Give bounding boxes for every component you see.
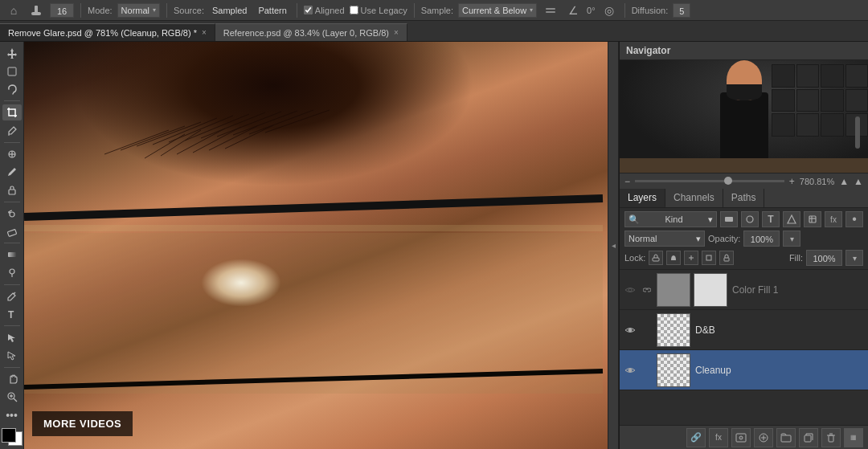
- layer-effects-button[interactable]: fx: [709, 428, 728, 447]
- gradient-tool[interactable]: [2, 247, 22, 263]
- bottom-right-icon[interactable]: ▦: [844, 428, 863, 447]
- healing-brush-tool[interactable]: [2, 146, 22, 162]
- lasso-tool[interactable]: [2, 81, 22, 97]
- canvas-area[interactable]: MORE VIDEOS: [24, 42, 608, 449]
- angle-icon[interactable]: ∠: [564, 2, 582, 19]
- aligned-checkbox[interactable]: [304, 6, 313, 14]
- zoom-tool[interactable]: [2, 389, 22, 405]
- adjustment-layer-filter[interactable]: [741, 211, 759, 227]
- foreground-color-swatch[interactable]: [2, 428, 16, 443]
- pixel-layer-filter[interactable]: [720, 211, 738, 227]
- tab-paths[interactable]: Paths: [723, 189, 765, 207]
- layer-item-db[interactable]: D&B: [620, 310, 868, 350]
- pen-tool[interactable]: [2, 288, 22, 304]
- selection-tool[interactable]: [2, 63, 22, 79]
- diffusion-value[interactable]: 5: [673, 3, 690, 18]
- lock-all[interactable]: [719, 251, 734, 265]
- hand-tool[interactable]: [2, 371, 22, 387]
- lock-artboard[interactable]: [702, 251, 716, 265]
- color-swatches[interactable]: [2, 428, 23, 446]
- source-pattern[interactable]: Pattern: [255, 3, 289, 18]
- healing-brush-icon[interactable]: [27, 2, 45, 19]
- tab-reference-close[interactable]: ×: [394, 28, 399, 37]
- lock-position[interactable]: [684, 251, 698, 265]
- panel-collapse-bar[interactable]: ◂: [608, 42, 619, 449]
- zoom-out-button[interactable]: −: [624, 176, 630, 187]
- mode-dropdown[interactable]: Normal ▾: [117, 3, 160, 18]
- stamp-tool[interactable]: [2, 182, 22, 198]
- sample-all-layers-icon[interactable]: [542, 2, 559, 19]
- lock-transparent-pixels[interactable]: [649, 251, 663, 265]
- nav-person-beard: [727, 84, 762, 100]
- dot-filter[interactable]: •: [845, 211, 863, 227]
- layer-visibility-color-fill[interactable]: [623, 286, 637, 294]
- source-sampled[interactable]: Sampled: [209, 3, 250, 18]
- opacity-value[interactable]: 100%: [743, 231, 780, 247]
- layer-item-cleanup[interactable]: Cleanup: [620, 350, 868, 390]
- history-brush-tool[interactable]: [2, 206, 22, 222]
- kind-dropdown[interactable]: 🔍 Kind ▾: [624, 211, 717, 227]
- tab-channels[interactable]: Channels: [665, 189, 723, 207]
- eraser-tool[interactable]: [2, 223, 22, 239]
- acoustic-panel: [796, 89, 820, 112]
- fill-stepper[interactable]: ▾: [845, 250, 863, 266]
- svg-rect-1: [35, 6, 38, 14]
- path-selection-tool[interactable]: [2, 329, 22, 345]
- tool-sep-3: [4, 202, 20, 202]
- zoom-slider[interactable]: [635, 180, 784, 182]
- lock-row: Lock:: [624, 250, 863, 266]
- sample-dropdown[interactable]: Current & Below ▾: [458, 3, 537, 18]
- lock-image-pixels[interactable]: [666, 251, 681, 265]
- navigator-header: Navigator: [620, 42, 868, 60]
- fill-value[interactable]: 100%: [806, 250, 842, 266]
- nav-zoom-bar: − + 780.81% ▲ ▲: [620, 173, 868, 189]
- add-mask-button[interactable]: [731, 428, 751, 447]
- svg-rect-64: [781, 435, 791, 442]
- more-tools[interactable]: •••: [2, 407, 22, 423]
- more-videos-label: MORE VIDEOS: [43, 418, 121, 430]
- aligned-checkbox-group: Aligned: [304, 6, 345, 15]
- new-group-button[interactable]: [776, 428, 796, 447]
- layer-visibility-cleanup[interactable]: [623, 366, 637, 374]
- eyedropper-tool[interactable]: [2, 122, 22, 138]
- zoom-fit-button[interactable]: ▲: [839, 176, 849, 187]
- effects-filter[interactable]: fx: [825, 211, 842, 227]
- more-videos-button[interactable]: MORE VIDEOS: [32, 411, 133, 436]
- direct-selection-tool[interactable]: [2, 348, 22, 364]
- zoom-fill-button[interactable]: ▲: [854, 176, 863, 187]
- svg-rect-66: [829, 435, 833, 442]
- svg-rect-51: [653, 258, 659, 261]
- layer-item-color-fill-1[interactable]: Color Fill 1: [620, 270, 868, 310]
- layer-visibility-db[interactable]: [623, 326, 637, 334]
- new-layer-button[interactable]: [799, 428, 818, 447]
- opacity-label: Opacity:: [708, 234, 740, 243]
- zoom-in-button[interactable]: +: [789, 176, 795, 187]
- pressure-icon[interactable]: ◎: [600, 2, 618, 19]
- brush-tool[interactable]: [2, 164, 22, 180]
- zoom-slider-thumb[interactable]: [724, 177, 732, 185]
- dodge-tool[interactable]: [2, 265, 22, 281]
- text-tool[interactable]: T: [2, 306, 22, 322]
- link-layers-button[interactable]: 🔗: [686, 428, 706, 447]
- crop-tool[interactable]: [2, 104, 22, 120]
- shape-layer-filter[interactable]: [783, 211, 800, 227]
- tool-sep-6: [4, 325, 20, 326]
- layer-list: Color Fill 1 D: [620, 270, 868, 425]
- use-legacy-checkbox[interactable]: [350, 6, 358, 14]
- new-adjustment-button[interactable]: [754, 428, 773, 447]
- svg-line-16: [14, 292, 15, 294]
- text-layer-filter[interactable]: T: [762, 211, 780, 227]
- move-tool[interactable]: [2, 45, 22, 61]
- svg-rect-55: [724, 258, 729, 261]
- delete-layer-button[interactable]: [821, 428, 841, 447]
- acoustic-panel: [845, 64, 869, 88]
- tab-remove-glare[interactable]: Remove Glare.psd @ 781% (Cleanup, RGB/8)…: [0, 23, 215, 41]
- smart-object-filter[interactable]: [804, 211, 821, 227]
- blend-mode-dropdown[interactable]: Normal ▾: [624, 231, 705, 247]
- tab-layers[interactable]: Layers: [620, 189, 665, 207]
- home-icon[interactable]: ⌂: [5, 2, 23, 19]
- brush-size-input[interactable]: 16: [50, 3, 74, 18]
- opacity-stepper[interactable]: ▾: [783, 231, 800, 247]
- tab-reference[interactable]: Reference.psd @ 83.4% (Layer 0, RGB/8) ×: [215, 23, 407, 41]
- tab-remove-glare-close[interactable]: ×: [202, 28, 207, 37]
